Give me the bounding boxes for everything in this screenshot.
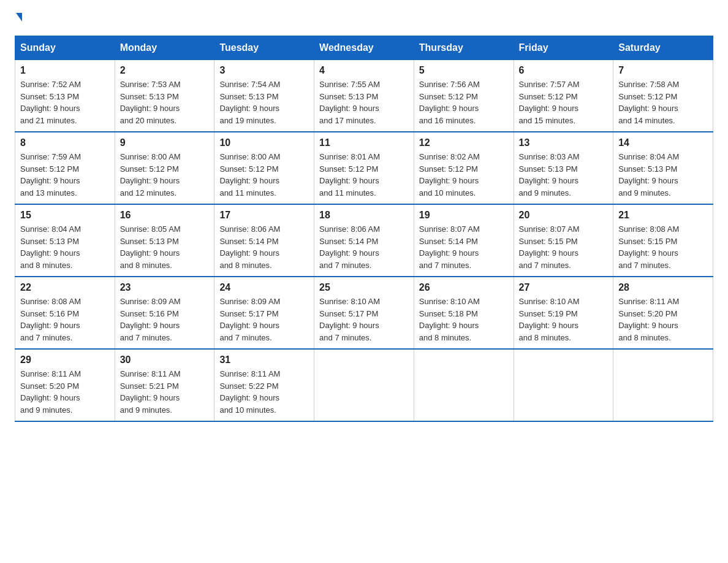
week-row-1: 1Sunrise: 7:52 AMSunset: 5:13 PMDaylight…: [15, 60, 713, 132]
day-cell: 22Sunrise: 8:08 AMSunset: 5:16 PMDayligh…: [15, 277, 115, 349]
day-info: Sunrise: 8:03 AMSunset: 5:13 PMDaylight:…: [519, 152, 580, 197]
day-cell: [414, 349, 514, 421]
day-cell: 25Sunrise: 8:10 AMSunset: 5:17 PMDayligh…: [314, 277, 414, 349]
day-cell: 28Sunrise: 8:11 AMSunset: 5:20 PMDayligh…: [613, 277, 713, 349]
day-cell: [613, 349, 713, 421]
day-info: Sunrise: 8:07 AMSunset: 5:15 PMDaylight:…: [519, 224, 580, 270]
day-number: 7: [618, 65, 708, 76]
day-number: 14: [618, 137, 708, 148]
header-cell-wednesday: Wednesday: [314, 36, 414, 60]
day-info: Sunrise: 8:11 AMSunset: 5:20 PMDaylight:…: [618, 297, 679, 342]
page-header: [15, 15, 713, 23]
day-number: 25: [319, 282, 409, 293]
day-number: 31: [219, 354, 309, 366]
day-info: Sunrise: 8:06 AMSunset: 5:14 PMDaylight:…: [319, 224, 380, 270]
day-number: 20: [519, 210, 609, 221]
day-info: Sunrise: 8:01 AMSunset: 5:12 PMDaylight:…: [319, 152, 380, 197]
day-cell: 3Sunrise: 7:54 AMSunset: 5:13 PMDaylight…: [214, 60, 314, 132]
day-number: 27: [519, 282, 609, 293]
day-cell: 11Sunrise: 8:01 AMSunset: 5:12 PMDayligh…: [314, 132, 414, 204]
day-cell: 27Sunrise: 8:10 AMSunset: 5:19 PMDayligh…: [514, 277, 613, 349]
day-number: 9: [120, 137, 210, 148]
day-cell: 10Sunrise: 8:00 AMSunset: 5:12 PMDayligh…: [214, 132, 314, 204]
day-cell: 30Sunrise: 8:11 AMSunset: 5:21 PMDayligh…: [115, 349, 214, 421]
day-cell: 5Sunrise: 7:56 AMSunset: 5:12 PMDaylight…: [414, 60, 514, 132]
day-number: 15: [20, 210, 110, 221]
day-cell: 26Sunrise: 8:10 AMSunset: 5:18 PMDayligh…: [414, 277, 514, 349]
day-number: 22: [20, 282, 110, 293]
day-number: 23: [120, 282, 210, 293]
day-cell: 17Sunrise: 8:06 AMSunset: 5:14 PMDayligh…: [214, 204, 314, 277]
day-cell: 6Sunrise: 7:57 AMSunset: 5:12 PMDaylight…: [514, 60, 613, 132]
header-cell-saturday: Saturday: [613, 36, 713, 60]
day-number: 13: [519, 137, 609, 148]
day-cell: 14Sunrise: 8:04 AMSunset: 5:13 PMDayligh…: [613, 132, 713, 204]
day-info: Sunrise: 8:11 AMSunset: 5:21 PMDaylight:…: [120, 369, 181, 415]
day-number: 30: [120, 354, 210, 366]
day-info: Sunrise: 8:10 AMSunset: 5:18 PMDaylight:…: [419, 297, 480, 342]
day-cell: 7Sunrise: 7:58 AMSunset: 5:12 PMDaylight…: [613, 60, 713, 132]
calendar-header: SundayMondayTuesdayWednesdayThursdayFrid…: [15, 36, 713, 60]
header-cell-sunday: Sunday: [15, 36, 115, 60]
day-cell: 21Sunrise: 8:08 AMSunset: 5:15 PMDayligh…: [613, 204, 713, 277]
week-row-3: 15Sunrise: 8:04 AMSunset: 5:13 PMDayligh…: [15, 204, 713, 277]
day-number: 21: [618, 210, 708, 221]
day-info: Sunrise: 8:11 AMSunset: 5:22 PMDaylight:…: [219, 369, 280, 415]
day-cell: 18Sunrise: 8:06 AMSunset: 5:14 PMDayligh…: [314, 204, 414, 277]
day-cell: 20Sunrise: 8:07 AMSunset: 5:15 PMDayligh…: [514, 204, 613, 277]
header-cell-tuesday: Tuesday: [214, 36, 314, 60]
day-cell: 24Sunrise: 8:09 AMSunset: 5:17 PMDayligh…: [214, 277, 314, 349]
day-info: Sunrise: 8:07 AMSunset: 5:14 PMDaylight:…: [419, 224, 480, 270]
day-number: 1: [20, 65, 110, 76]
calendar-table: SundayMondayTuesdayWednesdayThursdayFrid…: [15, 36, 713, 422]
week-row-5: 29Sunrise: 8:11 AMSunset: 5:20 PMDayligh…: [15, 349, 713, 421]
day-number: 10: [219, 137, 309, 148]
day-cell: 1Sunrise: 7:52 AMSunset: 5:13 PMDaylight…: [15, 60, 115, 132]
day-number: 26: [419, 282, 509, 293]
day-number: 16: [120, 210, 210, 221]
day-cell: 8Sunrise: 7:59 AMSunset: 5:12 PMDaylight…: [15, 132, 115, 204]
day-number: 5: [419, 65, 509, 76]
day-cell: 13Sunrise: 8:03 AMSunset: 5:13 PMDayligh…: [514, 132, 613, 204]
day-number: 12: [419, 137, 509, 148]
day-number: 19: [419, 210, 509, 221]
day-number: 29: [20, 354, 110, 366]
day-info: Sunrise: 8:10 AMSunset: 5:17 PMDaylight:…: [319, 297, 380, 342]
day-info: Sunrise: 8:04 AMSunset: 5:13 PMDaylight:…: [618, 152, 679, 197]
day-info: Sunrise: 8:08 AMSunset: 5:16 PMDaylight:…: [20, 297, 81, 342]
day-cell: 23Sunrise: 8:09 AMSunset: 5:16 PMDayligh…: [115, 277, 214, 349]
day-number: 2: [120, 65, 210, 76]
header-cell-monday: Monday: [115, 36, 214, 60]
day-cell: 16Sunrise: 8:05 AMSunset: 5:13 PMDayligh…: [115, 204, 214, 277]
day-number: 17: [219, 210, 309, 221]
day-number: 4: [319, 65, 409, 76]
day-number: 24: [219, 282, 309, 293]
calendar-body: 1Sunrise: 7:52 AMSunset: 5:13 PMDaylight…: [15, 60, 713, 422]
day-cell: 2Sunrise: 7:53 AMSunset: 5:13 PMDaylight…: [115, 60, 214, 132]
day-info: Sunrise: 7:52 AMSunset: 5:13 PMDaylight:…: [20, 80, 81, 125]
week-row-4: 22Sunrise: 8:08 AMSunset: 5:16 PMDayligh…: [15, 277, 713, 349]
week-row-2: 8Sunrise: 7:59 AMSunset: 5:12 PMDaylight…: [15, 132, 713, 204]
day-info: Sunrise: 7:55 AMSunset: 5:13 PMDaylight:…: [319, 80, 380, 125]
day-number: 6: [519, 65, 609, 76]
header-row: SundayMondayTuesdayWednesdayThursdayFrid…: [15, 36, 713, 60]
day-cell: 31Sunrise: 8:11 AMSunset: 5:22 PMDayligh…: [214, 349, 314, 421]
day-info: Sunrise: 7:59 AMSunset: 5:12 PMDaylight:…: [20, 152, 81, 197]
day-info: Sunrise: 8:05 AMSunset: 5:13 PMDaylight:…: [120, 224, 181, 270]
day-number: 8: [20, 137, 110, 148]
day-info: Sunrise: 8:11 AMSunset: 5:20 PMDaylight:…: [20, 369, 81, 415]
day-number: 3: [219, 65, 309, 76]
day-cell: 19Sunrise: 8:07 AMSunset: 5:14 PMDayligh…: [414, 204, 514, 277]
day-info: Sunrise: 8:09 AMSunset: 5:17 PMDaylight:…: [219, 297, 280, 342]
logo-triangle-icon: [16, 13, 22, 21]
header-cell-friday: Friday: [514, 36, 613, 60]
day-info: Sunrise: 8:09 AMSunset: 5:16 PMDaylight:…: [120, 297, 181, 342]
day-number: 28: [618, 282, 708, 293]
day-cell: 29Sunrise: 8:11 AMSunset: 5:20 PMDayligh…: [15, 349, 115, 421]
day-info: Sunrise: 7:53 AMSunset: 5:13 PMDaylight:…: [120, 80, 181, 125]
day-info: Sunrise: 7:56 AMSunset: 5:12 PMDaylight:…: [419, 80, 480, 125]
day-number: 18: [319, 210, 409, 221]
day-info: Sunrise: 7:58 AMSunset: 5:12 PMDaylight:…: [618, 80, 679, 125]
day-number: 11: [319, 137, 409, 148]
day-cell: 15Sunrise: 8:04 AMSunset: 5:13 PMDayligh…: [15, 204, 115, 277]
